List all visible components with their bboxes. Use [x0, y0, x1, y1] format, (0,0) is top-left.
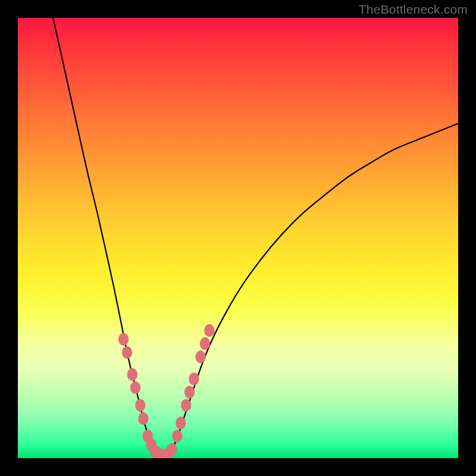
watermark-text: TheBottleneck.com: [359, 2, 468, 17]
data-dot: [122, 346, 132, 359]
data-dot: [172, 430, 182, 443]
data-dot: [167, 443, 177, 456]
data-dots: [118, 324, 214, 458]
data-dot: [127, 368, 137, 381]
data-dot: [196, 350, 206, 363]
data-dot: [118, 333, 129, 346]
data-dot: [189, 372, 199, 385]
data-dot: [138, 412, 148, 425]
data-dot: [200, 337, 210, 350]
data-dot: [204, 324, 214, 337]
curve-svg: [18, 18, 458, 458]
plot-area: [18, 18, 458, 458]
outer-frame: TheBottleneck.com: [0, 0, 476, 476]
data-dot: [135, 399, 145, 412]
bottleneck-curve: [53, 18, 458, 455]
data-dot: [176, 416, 186, 429]
data-dot: [181, 399, 191, 412]
data-dot: [184, 386, 195, 399]
data-dot: [130, 381, 140, 394]
